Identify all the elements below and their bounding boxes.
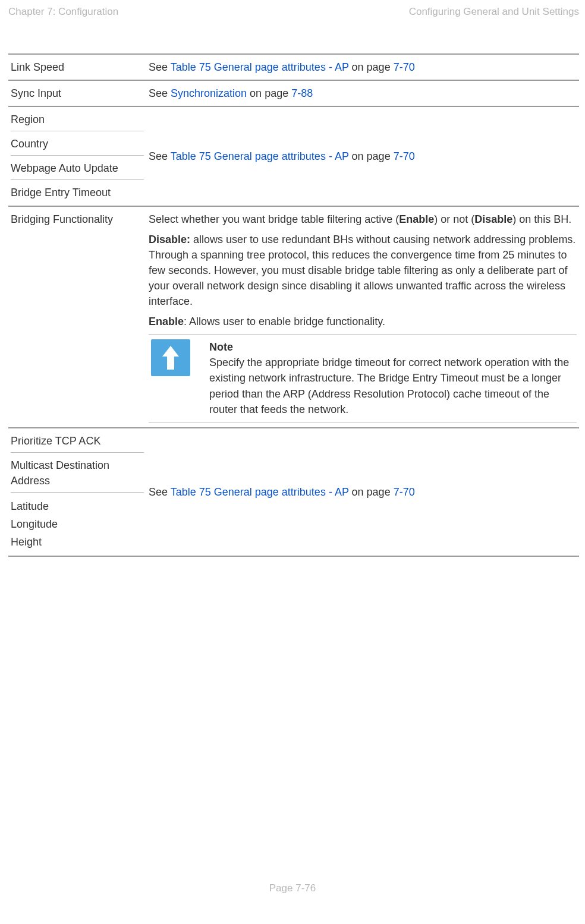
- bridging-disable-para: Disable: allows user to use redundant BH…: [149, 232, 577, 309]
- attr-lat-lon-height: Latitude Longitude Height: [11, 492, 144, 551]
- see-text: See: [149, 87, 171, 99]
- bridging-intro: Select whether you want bridge table fil…: [149, 212, 577, 227]
- page-7-70-link[interactable]: 7-70: [394, 61, 415, 73]
- table-75-link[interactable]: Table 75 General page attributes - AP: [171, 150, 349, 162]
- note-block: Note Specify the appropriate bridge time…: [149, 334, 577, 422]
- note-body: Specify the appropriate bridge timeout f…: [209, 355, 574, 417]
- disable-label: Disable:: [149, 234, 190, 245]
- page-7-70-link[interactable]: 7-70: [394, 486, 415, 498]
- attr-country: Country: [11, 131, 144, 152]
- see-text: See: [149, 61, 171, 73]
- attr-link-speed: Link Speed: [8, 54, 146, 80]
- attr-latitude: Latitude: [11, 497, 144, 515]
- attr-bridging-desc: Select whether you want bridge table fil…: [146, 206, 579, 428]
- see-text: See: [149, 486, 171, 498]
- attr-group-2: Prioritize TCP ACK Multicast Destination…: [8, 428, 146, 557]
- table-75-link[interactable]: Table 75 General page attributes - AP: [171, 486, 349, 498]
- note-icon: [151, 339, 190, 376]
- page-header: Chapter 7: Configuration Configuring Gen…: [8, 6, 579, 18]
- attr-bridging-functionality: Bridging Functionality: [8, 206, 146, 428]
- attr-group-1: Region Country Webpage Auto Update Bridg…: [8, 106, 146, 206]
- attr-region: Region: [11, 112, 144, 127]
- disable-word: Disable: [474, 213, 512, 225]
- enable-word: Enable: [399, 213, 434, 225]
- on-page-text: on page: [247, 87, 291, 99]
- attr-height: Height: [11, 533, 144, 551]
- attr-sync-input-desc: See Synchronization on page 7-88: [146, 80, 579, 106]
- attributes-table: Link Speed See Table 75 General page att…: [8, 53, 579, 557]
- table-75-link[interactable]: Table 75 General page attributes - AP: [171, 61, 349, 73]
- header-section: Configuring General and Unit Settings: [409, 6, 579, 18]
- page-footer: Page 7-76: [0, 882, 585, 894]
- enable-label: Enable: [149, 316, 184, 327]
- note-title: Note: [209, 339, 574, 355]
- attr-link-speed-desc: See Table 75 General page attributes - A…: [146, 54, 579, 80]
- see-text: See: [149, 150, 171, 162]
- note-content: Note Specify the appropriate bridge time…: [207, 335, 577, 422]
- header-chapter: Chapter 7: Configuration: [8, 6, 118, 18]
- synchronization-link[interactable]: Synchronization: [171, 87, 247, 99]
- attr-multicast-dest-addr: Multicast Destination Address: [11, 452, 144, 488]
- bridging-enable-para: Enable: Allows user to enable bridge fun…: [149, 314, 577, 329]
- on-page-text: on page: [349, 61, 394, 73]
- page-7-88-link[interactable]: 7-88: [291, 87, 313, 99]
- attr-sync-input: Sync Input: [8, 80, 146, 106]
- enable-text: : Allows user to enable bridge functiona…: [184, 316, 385, 327]
- attr-longitude: Longitude: [11, 515, 144, 533]
- on-page-text: on page: [349, 150, 394, 162]
- attr-webpage-auto-update: Webpage Auto Update: [11, 155, 144, 176]
- page-7-70-link[interactable]: 7-70: [394, 150, 415, 162]
- attr-bridge-entry-timeout: Bridge Entry Timeout: [11, 179, 144, 200]
- on-page-text: on page: [349, 486, 394, 498]
- arrow-up-icon: [161, 345, 181, 371]
- attr-prioritize-tcp-ack: Prioritize TCP ACK: [11, 433, 144, 449]
- attr-group-1-desc: See Table 75 General page attributes - A…: [146, 106, 579, 206]
- attr-group-2-desc: See Table 75 General page attributes - A…: [146, 428, 579, 557]
- note-icon-cell: [149, 335, 207, 422]
- disable-text: allows user to use redundant BHs without…: [149, 234, 575, 307]
